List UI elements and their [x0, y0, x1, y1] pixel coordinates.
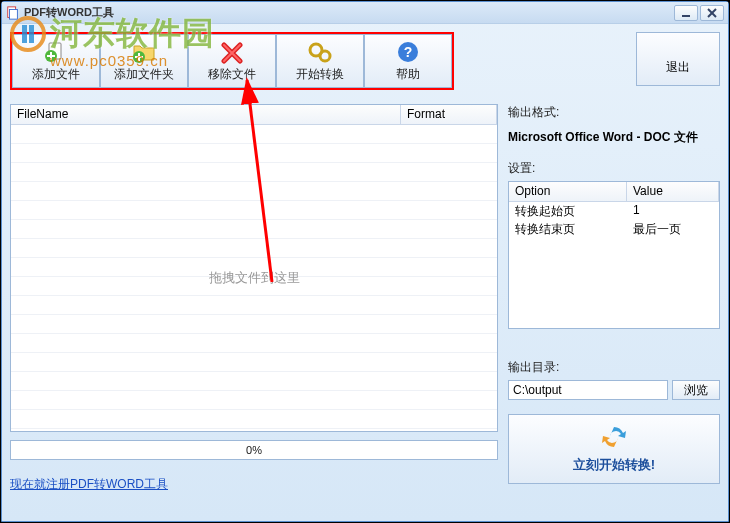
browse-button[interactable]: 浏览 — [672, 380, 720, 400]
file-table-header: FileName Format — [11, 105, 497, 125]
help-label: 帮助 — [396, 66, 420, 83]
start-label: 开始转换 — [296, 66, 344, 83]
start-now-label: 立刻开始转换! — [573, 456, 655, 474]
table-row — [11, 353, 497, 372]
add-file-button[interactable]: 添加文件 — [12, 34, 100, 88]
settings-row[interactable]: 转换结束页 最后一页 — [509, 220, 719, 238]
help-button[interactable]: ? 帮助 — [364, 34, 452, 88]
file-table-body[interactable]: 拖拽文件到这里 — [11, 125, 497, 431]
window-title: PDF转WORD工具 — [24, 5, 114, 20]
table-row — [11, 334, 497, 353]
close-button[interactable] — [700, 5, 724, 21]
output-format-value: Microsoft Office Word - DOC 文件 — [508, 129, 720, 146]
minimize-button[interactable] — [674, 5, 698, 21]
table-row — [11, 296, 497, 315]
help-icon: ? — [395, 40, 421, 64]
table-row — [11, 163, 497, 182]
refresh-icon — [599, 424, 629, 453]
remove-label: 移除文件 — [208, 66, 256, 83]
exit-label: 退出 — [666, 59, 690, 76]
start-convert-button[interactable]: 开始转换 — [276, 34, 364, 88]
add-file-label: 添加文件 — [32, 66, 80, 83]
progress-bar: 0% — [10, 440, 498, 460]
start-now-button[interactable]: 立刻开始转换! — [508, 414, 720, 484]
table-row — [11, 144, 497, 163]
add-folder-label: 添加文件夹 — [114, 66, 174, 83]
settings-col-option[interactable]: Option — [509, 182, 627, 201]
svg-point-13 — [320, 51, 330, 61]
table-row — [11, 239, 497, 258]
exit-button[interactable]: 退出 — [636, 32, 720, 86]
table-row — [11, 201, 497, 220]
table-row — [11, 372, 497, 391]
settings-col-value[interactable]: Value — [627, 182, 719, 201]
add-file-icon — [43, 40, 69, 64]
register-link[interactable]: 现在就注册PDF转WORD工具 — [10, 476, 498, 493]
table-row — [11, 125, 497, 144]
svg-rect-1 — [10, 9, 18, 19]
file-list-table[interactable]: FileName Format — [10, 104, 498, 432]
table-row — [11, 220, 497, 239]
settings-label: 设置: — [508, 160, 720, 177]
app-icon — [6, 6, 20, 20]
output-dir-label: 输出目录: — [508, 359, 720, 376]
col-filename[interactable]: FileName — [11, 105, 401, 124]
remove-file-button[interactable]: 移除文件 — [188, 34, 276, 88]
table-row — [11, 182, 497, 201]
remove-icon — [219, 40, 245, 64]
drag-hint-text: 拖拽文件到这里 — [209, 269, 300, 287]
table-row — [11, 391, 497, 410]
output-format-label: 输出格式: — [508, 104, 720, 121]
add-folder-button[interactable]: 添加文件夹 — [100, 34, 188, 88]
table-row — [11, 315, 497, 334]
table-row — [11, 410, 497, 429]
svg-text:?: ? — [404, 44, 413, 60]
col-format[interactable]: Format — [401, 105, 497, 124]
gears-icon — [307, 40, 333, 64]
settings-table[interactable]: Option Value 转换起始页 1 转换结束页 最后一页 — [508, 181, 720, 329]
titlebar: PDF转WORD工具 — [2, 2, 728, 24]
main-toolbar: 添加文件 添加文件夹 移除文件 — [10, 32, 454, 90]
output-dir-input[interactable] — [508, 380, 668, 400]
settings-row[interactable]: 转换起始页 1 — [509, 202, 719, 220]
progress-percent: 0% — [246, 444, 262, 456]
add-folder-icon — [131, 40, 157, 64]
app-window: PDF转WORD工具 添加文件 添加文件夹 — [1, 1, 729, 522]
